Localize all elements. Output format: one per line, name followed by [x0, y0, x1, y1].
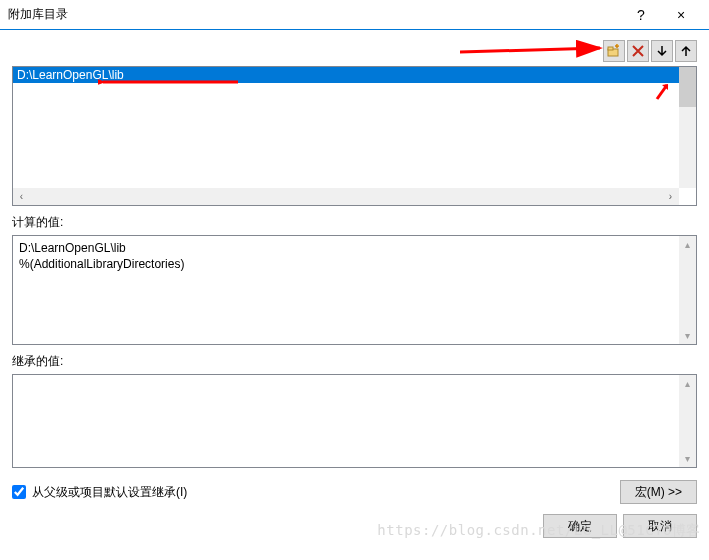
vertical-scrollbar[interactable]: ▴ ▾ [679, 236, 696, 344]
inherit-checkbox-row[interactable]: 从父级或项目默认设置继承(I) [12, 484, 620, 501]
dialog-content: D:\LearnOpenGL\lib ‹ › 计算的值: D:\LearnOpe… [0, 30, 709, 550]
scroll-left-icon[interactable]: ‹ [13, 188, 30, 205]
new-line-button[interactable] [603, 40, 625, 62]
inherit-checkbox[interactable] [12, 485, 26, 499]
svg-rect-1 [608, 47, 613, 50]
inherited-label: 继承的值: [12, 353, 697, 370]
move-down-button[interactable] [651, 40, 673, 62]
macros-button[interactable]: 宏(M) >> [620, 480, 697, 504]
move-up-icon [680, 45, 692, 57]
computed-text: D:\LearnOpenGL\lib %(AdditionalLibraryDi… [13, 236, 679, 344]
inherited-text [13, 375, 679, 467]
svg-point-2 [618, 45, 619, 46]
computed-values-box: D:\LearnOpenGL\lib %(AdditionalLibraryDi… [12, 235, 697, 345]
vertical-scrollbar[interactable]: ▴ ▾ [679, 375, 696, 467]
delete-icon [632, 45, 644, 57]
computed-label: 计算的值: [12, 214, 697, 231]
help-button[interactable]: ? [621, 0, 661, 30]
scroll-down-icon: ▾ [679, 327, 696, 344]
vertical-scrollbar[interactable] [679, 67, 696, 188]
scroll-up-icon: ▴ [679, 236, 696, 253]
scroll-down-icon: ▾ [679, 450, 696, 467]
scroll-thumb[interactable] [679, 67, 696, 107]
watermark: https://blog.csdn.net/LG_LL@51CTO博客 [377, 522, 701, 540]
inherited-values-box: ▴ ▾ [12, 374, 697, 468]
footer-row-1: 从父级或项目默认设置继承(I) 宏(M) >> [12, 480, 697, 504]
move-down-icon [656, 45, 668, 57]
window-title: 附加库目录 [8, 6, 621, 23]
scroll-right-icon[interactable]: › [662, 188, 679, 205]
horizontal-scrollbar[interactable]: ‹ › [13, 188, 679, 205]
close-button[interactable]: × [661, 0, 701, 30]
list-toolbar [12, 40, 697, 62]
list-item[interactable]: D:\LearnOpenGL\lib [13, 67, 679, 83]
delete-button[interactable] [627, 40, 649, 62]
list-inner: D:\LearnOpenGL\lib [13, 67, 679, 188]
new-folder-icon [607, 44, 621, 58]
scroll-up-icon: ▴ [679, 375, 696, 392]
inherit-checkbox-label: 从父级或项目默认设置继承(I) [32, 484, 187, 501]
directories-listbox[interactable]: D:\LearnOpenGL\lib ‹ › [12, 66, 697, 206]
move-up-button[interactable] [675, 40, 697, 62]
titlebar: 附加库目录 ? × [0, 0, 709, 30]
